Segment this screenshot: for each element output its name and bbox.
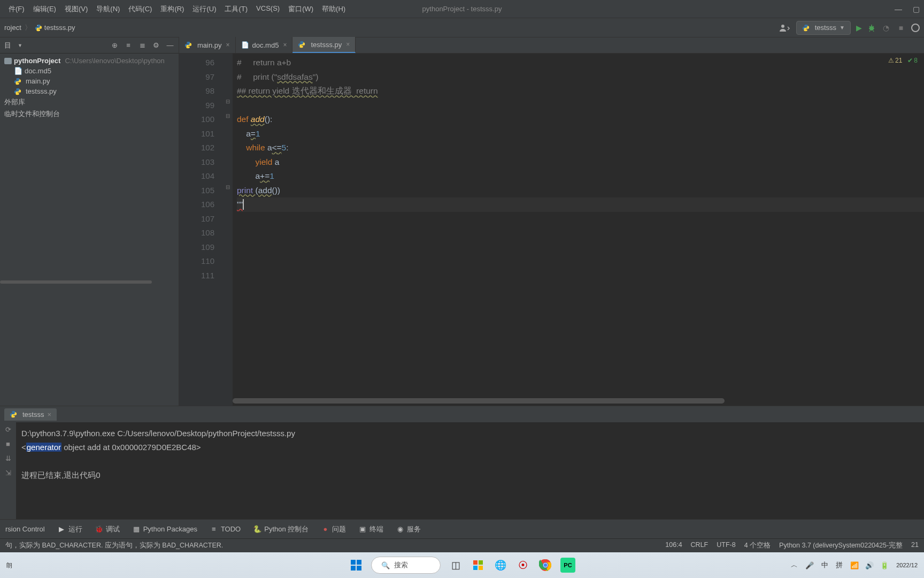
hide-panel-icon[interactable]: — <box>166 41 174 50</box>
tree-file[interactable]: 📄 doc.md5 <box>0 66 179 76</box>
stop-icon[interactable]: ■ <box>6 440 10 448</box>
toolwin-todo[interactable]: ≡TODO <box>210 525 241 533</box>
rerun-icon[interactable]: ⟳ <box>5 425 11 434</box>
debug-button[interactable] <box>867 24 876 32</box>
code-line[interactable] <box>237 254 924 269</box>
tab-main-py[interactable]: main.py× <box>179 37 236 53</box>
stop-button[interactable]: ■ <box>896 24 906 32</box>
code-line[interactable] <box>237 212 924 226</box>
wifi-icon[interactable]: 📶 <box>850 561 859 569</box>
chrome-icon[interactable] <box>538 558 553 573</box>
status-caret-pos[interactable]: 106:4 <box>665 541 682 550</box>
taskbar-search[interactable]: 🔍 搜索 <box>371 557 441 574</box>
collapse-all-icon[interactable]: ≣ <box>138 41 147 50</box>
code-area[interactable]: # return a+b# print ("sdfdsafas")## retu… <box>233 54 924 406</box>
tab-testsss-py[interactable]: testsss.py× <box>292 37 356 53</box>
tray-mic-icon[interactable]: 🎤 <box>805 561 814 569</box>
menu-file[interactable]: 件(F) <box>4 2 29 16</box>
chevron-down-icon[interactable]: ▼ <box>18 43 22 48</box>
horizontal-scrollbar[interactable] <box>0 280 152 284</box>
inspection-badges[interactable]: ⚠21 ✔8 <box>888 57 918 64</box>
menu-run[interactable]: 运行(U) <box>188 2 220 16</box>
toolwin-debug[interactable]: 🐞调试 <box>95 524 120 534</box>
fold-marker[interactable]: ⊟ <box>226 113 231 118</box>
code-line[interactable]: "" <box>237 197 924 212</box>
menu-help[interactable]: 帮助(H) <box>318 2 350 16</box>
code-line[interactable]: yield a <box>237 155 924 170</box>
search-everywhere-button[interactable] <box>911 24 920 32</box>
tab-doc-md5[interactable]: 📄 doc.md5× <box>236 37 293 53</box>
pycharm-icon[interactable]: PC <box>560 558 575 573</box>
toolwin-vcs[interactable]: rsion Control <box>5 525 45 533</box>
minimize-button[interactable]: — <box>895 5 902 13</box>
tree-file[interactable]: testsss.py <box>0 86 179 96</box>
volume-icon[interactable]: 🔊 <box>865 561 874 569</box>
code-line[interactable]: a+=1 <box>237 169 924 184</box>
toolwin-run[interactable]: ▶运行 <box>58 524 82 534</box>
tree-file[interactable]: main.py <box>0 76 179 86</box>
fold-marker[interactable]: ⊟ <box>226 184 231 189</box>
code-line[interactable]: print (add()) <box>237 184 924 198</box>
menu-view[interactable]: 视图(V) <box>60 2 92 16</box>
pin-icon[interactable]: ⇲ <box>5 469 11 477</box>
tray-chevron-icon[interactable]: ︿ <box>791 560 798 570</box>
ime-mode[interactable]: 拼 <box>836 560 843 570</box>
run-config-dropdown[interactable]: testsss ▼ <box>796 21 851 35</box>
run-button[interactable]: ▶ <box>856 24 862 32</box>
toolwin-problems[interactable]: ●问题 <box>321 524 346 534</box>
line-gutter[interactable]: 9697989910010110210310410510610710810911… <box>179 54 225 406</box>
code-line[interactable]: # print ("sdfdsafas") <box>237 70 924 85</box>
breadcrumb-file[interactable]: testsss.py <box>35 24 75 32</box>
settings-icon[interactable]: ⚙ <box>152 41 160 50</box>
ime-lang[interactable]: 中 <box>821 560 828 570</box>
taskbar-clock[interactable]: 2022/12 <box>896 562 918 569</box>
expand-all-icon[interactable]: ≡ <box>124 41 133 50</box>
close-tab-icon[interactable]: × <box>47 410 51 419</box>
console-output[interactable]: D:\python3.7.9\python.exe C:/Users/lenov… <box>16 422 924 519</box>
close-tab-icon[interactable]: × <box>346 41 350 48</box>
task-view-icon[interactable]: ◫ <box>448 558 463 573</box>
run-tab[interactable]: testsss × <box>4 408 57 421</box>
code-line[interactable]: # return a+b <box>237 56 924 70</box>
tree-project-root[interactable]: pythonProject C:\Users\lenovo\Desktop\py… <box>0 56 179 66</box>
menu-code[interactable]: 代码(C) <box>124 2 156 16</box>
code-line[interactable] <box>237 226 924 240</box>
menu-window[interactable]: 窗口(W) <box>284 2 318 16</box>
coverage-button[interactable]: ◔ <box>881 24 891 32</box>
tree-external-libs[interactable]: 外部库 <box>0 96 179 108</box>
code-with-me-icon[interactable] <box>779 23 791 33</box>
menu-navigate[interactable]: 导航(N) <box>92 2 124 16</box>
code-line[interactable]: while a<=5: <box>237 141 924 155</box>
tree-scratches[interactable]: 临时文件和控制台 <box>0 108 179 120</box>
toolwin-terminal[interactable]: ▣终端 <box>359 524 383 534</box>
menu-edit[interactable]: 编辑(E) <box>29 2 60 16</box>
layout-icon[interactable]: ⇊ <box>5 454 11 462</box>
menu-vcs[interactable]: VCS(S) <box>252 2 284 16</box>
battery-icon[interactable]: 🔋 <box>880 561 889 569</box>
toolwin-services[interactable]: ◉服务 <box>396 524 421 534</box>
editor-body[interactable]: 9697989910010110210310410510610710810911… <box>179 54 924 406</box>
code-line[interactable]: a=1 <box>237 127 924 141</box>
fold-column[interactable]: ⊟ ⊟ ⊟ <box>225 54 233 406</box>
code-line[interactable] <box>237 269 924 283</box>
code-line[interactable] <box>237 240 924 255</box>
close-tab-icon[interactable]: × <box>226 41 230 49</box>
maximize-button[interactable]: ▢ <box>913 5 920 13</box>
status-indent[interactable]: 4 个空格 <box>744 541 771 550</box>
toolwin-python-console[interactable]: 🐍Python 控制台 <box>253 524 309 534</box>
recorder-icon[interactable]: ⦿ <box>515 558 530 573</box>
horizontal-scrollbar[interactable] <box>233 398 725 404</box>
code-line[interactable]: def add(): <box>237 112 924 127</box>
project-tree[interactable]: pythonProject C:\Users\lenovo\Desktop\py… <box>0 54 179 286</box>
status-encoding[interactable]: UTF-8 <box>717 541 735 550</box>
app-icon[interactable]: 🌐 <box>493 558 508 573</box>
fold-marker[interactable]: ⊟ <box>226 98 231 104</box>
menu-tools[interactable]: 工具(T) <box>220 2 252 16</box>
status-line-sep[interactable]: CRLF <box>691 541 709 550</box>
menu-refactor[interactable]: 重构(R) <box>156 2 188 16</box>
start-button[interactable] <box>349 558 364 573</box>
locate-icon[interactable]: ⊕ <box>110 41 119 50</box>
toolwin-packages[interactable]: ▦Python Packages <box>133 525 197 533</box>
close-tab-icon[interactable]: × <box>283 41 287 49</box>
taskbar-left-widget[interactable]: 朗 <box>6 562 12 569</box>
